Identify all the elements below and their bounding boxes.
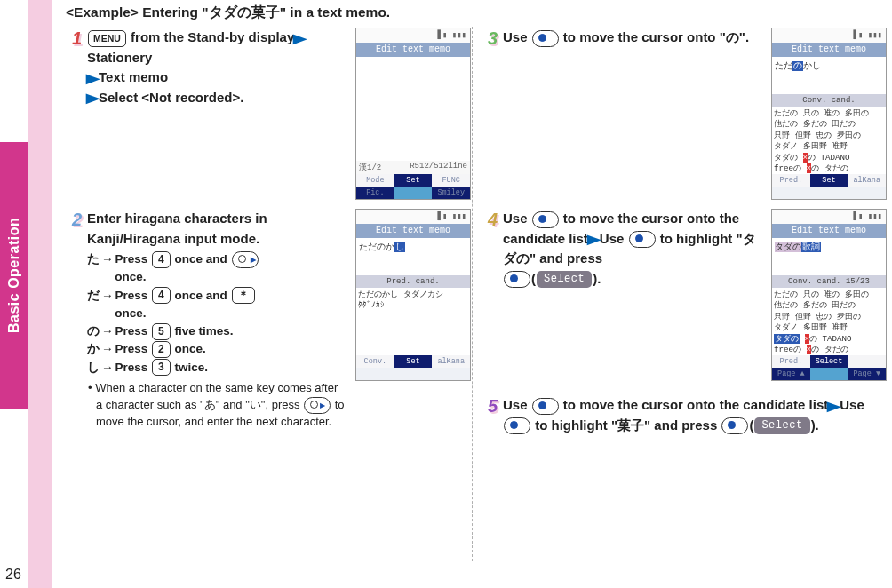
cand-text [800, 334, 805, 344]
t: ". [739, 29, 749, 44]
arrow-icon: ▶ [293, 29, 307, 48]
phone-body: ただのかし [772, 57, 886, 95]
text-cursor: し [394, 242, 405, 252]
key-star: ＊ [232, 287, 255, 304]
step-number: 3 [482, 28, 498, 200]
softkey: Smiley [432, 187, 470, 199]
phone-mock-3: ▋▮ ▮▮▮ Edit text memo ただのかし Conv. cand. … [771, 28, 887, 200]
t: to move the cursor onto the candidate li… [560, 397, 829, 412]
input-mode: 漢1/2 [359, 162, 381, 174]
cand-selected: タダの [774, 334, 800, 344]
char: の [87, 324, 100, 338]
arrow-icon: ▶ [86, 69, 100, 88]
char: し [87, 361, 100, 374]
t: ただ [775, 61, 792, 71]
step-1: 1 MENU from the Stand-by display▶Station… [66, 28, 471, 200]
key-4: 4 [152, 251, 171, 268]
t: ( [531, 271, 536, 286]
t: Use [503, 29, 531, 44]
phone-body: ただのかし [356, 238, 470, 276]
dpad-icon [504, 417, 530, 434]
t: once. [171, 342, 206, 355]
cand-list: ただの 只の 唯の 多田の 他だの 多だの 田だの 只野 但野 忠の 夛田の タ… [772, 107, 886, 174]
arrow-icon: ▶ [827, 397, 840, 416]
phone-status-icons: ▋▮ ▮▮▮ [772, 28, 886, 43]
phone-body [356, 57, 470, 161]
step-number: 5 [482, 395, 498, 435]
cand-header: Conv. cand. [772, 94, 886, 107]
softkey: Pic. [356, 187, 394, 199]
dpad-icon [532, 30, 559, 47]
phone-status-icons: ▋▮ ▮▮▮ [356, 210, 470, 224]
t: twice. [171, 361, 208, 374]
softkey: Set [394, 355, 433, 368]
softkey: alKana [848, 174, 886, 187]
char: た [87, 252, 100, 266]
text: ただのか [359, 242, 394, 252]
softkey: Page ▲ [772, 368, 810, 380]
key-2: 2 [152, 341, 171, 358]
t: to highlight " [531, 417, 617, 433]
phone-status-icons: ▋▮ ▮▮▮ [356, 28, 470, 43]
cand-text: ただの 只の 唯の 多田の 他だの 多だの 田だの 只野 但野 忠の 夛田の タ… [774, 290, 869, 332]
dpad-center-icon [721, 417, 748, 434]
phone-softkeys: Pred.Select Page ▲Page ▼ [772, 355, 886, 380]
t: ( [749, 417, 753, 433]
softkey: Page ▼ [848, 368, 886, 380]
phone-mock-2: ▋▮ ▮▮▮ Edit text memo ただのかし Pred. cand. … [355, 209, 471, 381]
key-3: 3 [152, 359, 171, 376]
dpad-icon [532, 398, 559, 415]
cand-header: Conv. cand. 15/23 [772, 275, 886, 288]
cand-header: Pred. cand. [356, 275, 470, 288]
phone-body: タダの歌詞 [772, 238, 886, 276]
dpad-right-icon [232, 251, 259, 268]
page-title: <Example> Entering "タダの菓子" in a text mem… [66, 4, 887, 22]
softkey [848, 355, 886, 368]
softkey: alKana [432, 355, 470, 368]
column-divider [472, 27, 473, 561]
t: to move the cursor onto " [560, 29, 726, 44]
step-text: Select <Not recorded>. [99, 90, 243, 105]
t: " and press [530, 250, 602, 266]
softkey: Pred. [772, 355, 810, 368]
select-pill: Select [537, 271, 592, 288]
softkey: Pred. [772, 174, 810, 187]
t: once and [171, 289, 231, 302]
softkey: FUNC [432, 174, 470, 187]
step-text: from the Stand-by display [127, 29, 294, 44]
softkey: Select [810, 355, 848, 368]
phone-mock-1: ▋▮ ▮▮▮ Edit text memo 漢1/2 R512/512line … [355, 28, 471, 200]
t: Use [503, 211, 531, 226]
phone-status-row: 漢1/2 R512/512line [356, 161, 470, 175]
dpad-icon [532, 211, 559, 228]
arrow-icon: ▶ [587, 230, 601, 249]
key-5: 5 [152, 323, 171, 340]
phone-softkeys: ModeSetFUNC Pic.Smiley [356, 174, 470, 199]
phone-status-icons: ▋▮ ▮▮▮ [772, 210, 886, 224]
step-text: Text memo [99, 69, 168, 84]
cand-list: ただの 只の 唯の 多田の 他だの 多だの 田だの 只野 但野 忠の 夛田の タ… [772, 288, 886, 355]
char: の [726, 29, 739, 44]
phone-title: Edit text memo [772, 224, 886, 238]
t: タダの [775, 242, 801, 252]
t: かし [803, 61, 821, 71]
t: Press [115, 252, 152, 266]
t: once. [112, 270, 147, 283]
phone-title: Edit text memo [356, 224, 470, 238]
dpad-center-icon [504, 271, 530, 288]
t: Use [600, 231, 628, 246]
page-number: 26 [5, 567, 21, 583]
step-5: 5 Use to move the cursor onto the candid… [482, 395, 887, 435]
page-main: <Example> Entering "タダの菓子" in a text mem… [52, 0, 892, 588]
t: Use [503, 397, 531, 412]
t: " and press [644, 417, 721, 433]
char-count: R512/512line [410, 162, 467, 174]
t: to highlight " [657, 231, 743, 246]
t: Press [115, 361, 152, 374]
page-gutter: Basic Operation 26 [0, 0, 52, 588]
phone-softkeys: Pred.SetalKana [772, 174, 886, 199]
t: Press [115, 289, 152, 302]
t: 歌詞 [801, 242, 821, 252]
step-4: 4 Use to move the cursor onto the candid… [482, 209, 887, 381]
phone-mock-4: ▋▮ ▮▮▮ Edit text memo タダの歌詞 Conv. cand. … [771, 209, 887, 381]
